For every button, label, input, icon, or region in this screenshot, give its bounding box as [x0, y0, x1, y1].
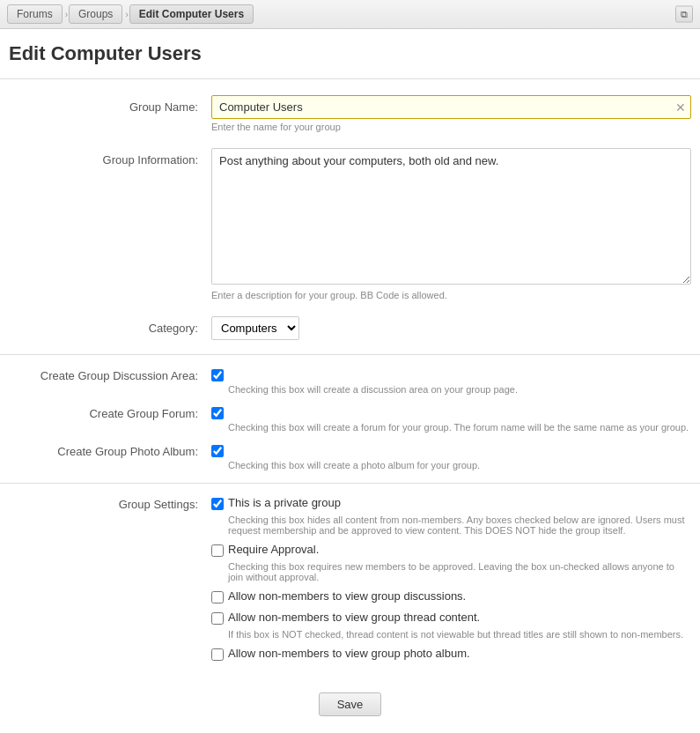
group-name-row: Group Name: ✕ Enter the name for your gr…: [0, 88, 700, 139]
discussion-area-hint: Checking this box will create a discussi…: [228, 384, 691, 395]
view-thread-content-checkbox[interactable]: [211, 612, 224, 625]
save-area: Save: [0, 679, 700, 729]
breadcrumb-label-forums: Forums: [17, 8, 53, 20]
category-label: Category:: [9, 316, 211, 335]
view-photo-album-row: Allow non-members to view group photo al…: [211, 647, 691, 661]
group-name-input[interactable]: [211, 95, 691, 119]
divider-2: [0, 483, 700, 484]
private-group-checkbox[interactable]: [211, 498, 224, 510]
group-settings-row: Group Settings: This is a private group …: [0, 491, 700, 670]
discussion-area-label-wrap[interactable]: [211, 367, 691, 381]
breadcrumb-item-forums[interactable]: Forums: [7, 4, 63, 24]
photo-album-label-wrap[interactable]: [211, 443, 691, 457]
view-discussions-row: Allow non-members to view group discussi…: [211, 589, 691, 603]
watermark: www.nulledteam.com: [0, 729, 700, 733]
breadcrumb-item-edit[interactable]: Edit Computer Users: [129, 4, 254, 24]
breadcrumb-item-groups[interactable]: Groups: [69, 4, 122, 24]
view-thread-content-row: Allow non-members to view group thread c…: [211, 611, 691, 625]
category-field: Computers Games Music Movies Sports Tech…: [211, 316, 691, 340]
group-name-clear-button[interactable]: ✕: [675, 101, 686, 114]
view-discussions-text: Allow non-members to view group discussi…: [228, 589, 466, 603]
group-info-hint: Enter a description for your group. BB C…: [211, 290, 691, 300]
view-discussions-checkbox[interactable]: [211, 591, 224, 603]
group-info-field: Post anything about your computers, both…: [211, 148, 691, 300]
require-approval-row: Require Approval.: [211, 543, 691, 557]
external-link-button[interactable]: ⧉: [675, 6, 693, 23]
forum-checkbox[interactable]: [211, 407, 224, 419]
save-button[interactable]: Save: [319, 692, 382, 716]
group-name-field: ✕ Enter the name for your group: [211, 95, 691, 132]
category-select[interactable]: Computers Games Music Movies Sports Tech…: [211, 316, 299, 340]
external-link-icon: ⧉: [681, 9, 688, 19]
group-info-textarea[interactable]: Post anything about your computers, both…: [211, 148, 691, 285]
breadcrumb-label-edit: Edit Computer Users: [139, 8, 244, 20]
view-photo-album-checkbox[interactable]: [211, 648, 224, 661]
breadcrumb-label-groups: Groups: [78, 8, 113, 20]
group-settings-content: This is a private group Checking this bo…: [211, 496, 691, 665]
breadcrumb-chevron-2: ›: [125, 10, 128, 19]
private-group-hint: Checking this box hides all content from…: [228, 515, 691, 536]
discussion-area-field: Checking this box will create a discussi…: [211, 367, 691, 395]
breadcrumb-chevron-1: ›: [65, 10, 68, 19]
private-group-text: This is a private group: [228, 496, 341, 509]
discussion-area-checkbox[interactable]: [211, 369, 224, 381]
group-settings-label: Group Settings:: [9, 496, 211, 511]
group-name-wrapper: ✕: [211, 95, 691, 119]
discussion-area-label: Create Group Discussion Area:: [9, 367, 211, 382]
view-thread-content-text: Allow non-members to view group thread c…: [228, 611, 480, 624]
group-info-label: Group Information:: [9, 148, 211, 167]
require-approval-text: Require Approval.: [228, 543, 319, 556]
group-name-label: Group Name:: [9, 95, 211, 114]
group-info-row: Group Information: Post anything about y…: [0, 141, 700, 307]
form-container: Group Name: ✕ Enter the name for your gr…: [0, 79, 700, 679]
photo-album-row: Create Group Photo Album: Checking this …: [0, 438, 700, 476]
view-thread-content-hint: If this box is NOT checked, thread conte…: [228, 629, 691, 640]
require-approval-hint: Checking this box requires new members t…: [228, 561, 691, 582]
photo-album-checkbox[interactable]: [211, 445, 224, 457]
forum-field: Checking this box will create a forum fo…: [211, 405, 691, 433]
view-photo-album-text: Allow non-members to view group photo al…: [228, 647, 470, 660]
category-row: Category: Computers Games Music Movies S…: [0, 309, 700, 347]
breadcrumb: Forums › Groups › Edit Computer Users ⧉: [0, 0, 700, 29]
photo-album-field: Checking this box will create a photo al…: [211, 443, 691, 470]
forum-row: Create Group Forum: Checking this box wi…: [0, 400, 700, 438]
divider-1: [0, 354, 700, 355]
require-approval-checkbox[interactable]: [211, 544, 224, 557]
page-title: Edit Computer Users: [0, 29, 700, 79]
forum-label: Create Group Forum:: [9, 405, 211, 420]
forum-hint: Checking this box will create a forum fo…: [228, 422, 691, 433]
group-name-hint: Enter the name for your group: [211, 122, 691, 132]
photo-album-hint: Checking this box will create a photo al…: [228, 460, 691, 470]
photo-album-label: Create Group Photo Album:: [9, 443, 211, 458]
private-group-row: This is a private group: [211, 496, 691, 510]
discussion-area-row: Create Group Discussion Area: Checking t…: [0, 362, 700, 400]
forum-label-wrap[interactable]: [211, 405, 691, 419]
